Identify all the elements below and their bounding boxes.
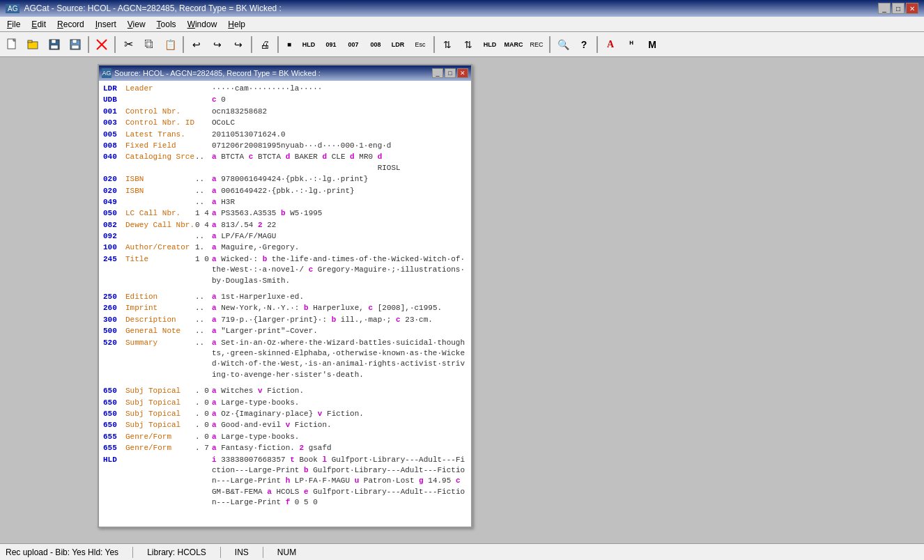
rec-button[interactable]: REC [527, 35, 546, 54]
status-sep-3 [263, 547, 263, 558]
new-button[interactable] [3, 35, 22, 54]
help-button[interactable]: ? [574, 35, 594, 54]
inner-window-icon: AG [102, 68, 111, 78]
inner-title-buttons: _ □ ✕ [432, 68, 468, 78]
table-row: 650 Subj Topical . 0 a Oz·{Imaginary·pla… [103, 409, 467, 419]
table-row: 245 Title 1 0 a Wicked·: b the·life·and·… [103, 254, 467, 286]
title-bar-left: AG AGCat - Source: HCOL - AGCN=282485, R… [6, 3, 282, 13]
sort-up-button[interactable]: ⇅ [438, 35, 457, 54]
status-sep-2 [220, 547, 221, 558]
paste-button[interactable]: 📋 [160, 35, 180, 54]
menu-view[interactable]: View [123, 19, 150, 30]
toolbar-sep-8 [596, 36, 598, 53]
cut-button[interactable]: ✂ [118, 35, 138, 54]
menu-window[interactable]: Window [183, 19, 222, 30]
table-row: 050 LC Call Nbr. 1 4 a PS3563.A3535 b W5… [103, 208, 467, 219]
redo-button[interactable]: ↪ [208, 35, 227, 54]
status-num: NUM [277, 547, 296, 557]
sort-down-button[interactable]: ⇅ [459, 35, 478, 54]
table-row [103, 381, 467, 385]
svg-rect-9 [72, 45, 79, 49]
table-row: 008 Fixed Field 071206r20081995nyuab···d… [103, 141, 467, 151]
091-button[interactable]: 091 [321, 35, 341, 54]
minimize-button[interactable]: _ [878, 3, 891, 14]
007-button[interactable]: 007 [343, 35, 364, 54]
status-ins: INS [235, 547, 249, 557]
menu-edit[interactable]: Edit [27, 19, 50, 30]
status-library: Library: HCOLS [147, 547, 206, 557]
menu-file[interactable]: File [3, 19, 24, 30]
status-bar: Rec upload - Bib: Yes Hld: Yes Library: … [0, 543, 924, 560]
inner-maximize-button[interactable]: □ [445, 68, 456, 78]
main-area: AG Source: HCOL - AGCN=282485, Record Ty… [0, 57, 924, 543]
table-row: 003 Control Nbr. ID OCoLC [103, 118, 467, 128]
table-row: 655 Genre/Form . 0 a Large-type·books. [103, 432, 467, 442]
hld2-button[interactable]: HLD [479, 35, 500, 54]
table-row: 100 Author/Creator 1. a Maguire,·Gregory… [103, 242, 467, 253]
search-button[interactable]: 🔍 [553, 35, 573, 54]
inner-title-bar: AG Source: HCOL - AGCN=282485, Record Ty… [99, 65, 471, 81]
title-bar: AG AGCat - Source: HCOL - AGCN=282485, R… [0, 0, 924, 17]
table-row: 049 .. a H3R [103, 197, 467, 208]
inner-window: AG Source: HCOL - AGCN=282485, Record Ty… [98, 64, 472, 528]
menu-insert[interactable]: Insert [91, 19, 121, 30]
menu-tools[interactable]: Tools [153, 19, 180, 30]
table-row: 650 Subj Topical . 0 a Good·and·evil v F… [103, 420, 467, 430]
save-small-button[interactable] [45, 35, 64, 54]
print-button[interactable]: 🖨 [255, 35, 275, 54]
title-bar-buttons: _ □ ✕ [878, 3, 918, 14]
esc-button[interactable]: Esc [410, 35, 431, 54]
table-row: 082 Dewey Call Nbr. 0 4 a 813/.54 2 22 [103, 220, 467, 231]
copy-button[interactable]: ⿻ [139, 35, 159, 54]
toolbar-sep-4 [251, 36, 252, 53]
font-a-button[interactable]: A [601, 35, 620, 54]
toolbar-sep-1 [88, 36, 89, 53]
record-content[interactable]: LDR Leader ·····cam·········la····· UDB … [99, 81, 471, 527]
table-row: 520 Summary .. a Set·in·an·Oz·where·the·… [103, 338, 467, 381]
table-row: UDB c 0 [103, 95, 467, 105]
inner-minimize-button[interactable]: _ [432, 68, 443, 78]
table-row: 092 .. a LP/FA/F/MAGU [103, 231, 467, 242]
menu-help[interactable]: Help [224, 19, 249, 30]
open-button[interactable] [24, 35, 43, 54]
toolbar-sep-7 [549, 36, 550, 53]
table-row: 250 Edition .. a 1st·Harperluxe·ed. [103, 292, 467, 302]
font-m-button[interactable]: M [642, 35, 662, 54]
table-row: 500 General Note .. a "Larger·print"–Cov… [103, 326, 467, 336]
table-row: 650 Subj Topical . 0 a Large-type·books. [103, 398, 467, 408]
menu-bar: File Edit Record Insert View Tools Windo… [0, 17, 924, 32]
table-row: 655 Genre/Form . 7 a Fantasy·fiction. 2 … [103, 443, 467, 453]
toolbar-sep-6 [433, 36, 435, 53]
font-h-button[interactable]: ᴴ [622, 35, 641, 54]
hld-button[interactable]: HLD [298, 35, 319, 54]
status-sep-1 [132, 547, 133, 558]
maximize-button[interactable]: □ [892, 3, 904, 14]
table-row: 300 Description .. a 719·p.·{larger·prin… [103, 315, 467, 325]
svg-rect-6 [51, 45, 58, 49]
svg-rect-5 [52, 40, 56, 43]
menu-record[interactable]: Record [53, 19, 88, 30]
undo-button[interactable]: ↩ [187, 35, 206, 54]
close-button[interactable]: ✕ [906, 3, 918, 14]
save-button[interactable] [66, 35, 85, 54]
inner-close-button[interactable]: ✕ [457, 68, 468, 78]
table-row: 020 ISBN .. a 0061649422·{pbk.·:·lg.·pri… [103, 186, 467, 196]
input-button[interactable]: ■ [282, 35, 297, 54]
table-row: 260 Imprint .. a New·York,·N.·Y.·: b Har… [103, 303, 467, 313]
table-row: HLD i 33838007668357 t Book l Gulfport·L… [103, 455, 467, 508]
marc-button[interactable]: MARC [502, 35, 525, 54]
table-row: LDR Leader ·····cam·········la····· [103, 84, 467, 94]
toolbar: ✂ ⿻ 📋 ↩ ↪ ↪ 🖨 ■ HLD 091 007 008 LDR Esc … [0, 32, 924, 57]
delete-button[interactable] [92, 35, 111, 54]
ldr-button[interactable]: LDR [387, 35, 408, 54]
svg-rect-3 [28, 40, 32, 42]
table-row: 650 Subj Topical . 0 a Witches v Fiction… [103, 386, 467, 396]
toolbar-sep-5 [277, 36, 279, 53]
table-row [103, 287, 467, 291]
008-button[interactable]: 008 [365, 35, 386, 54]
table-row: 020 ISBN .. a 9780061649424·{pbk.·:·lg.·… [103, 174, 467, 185]
table-row: 005 Latest Trans. 20110513071624.0 [103, 130, 467, 140]
inner-window-title: Source: HCOL - AGCN=282485, Record Type … [114, 69, 321, 77]
redo2-button[interactable]: ↪ [229, 35, 248, 54]
toolbar-sep-3 [183, 36, 184, 53]
